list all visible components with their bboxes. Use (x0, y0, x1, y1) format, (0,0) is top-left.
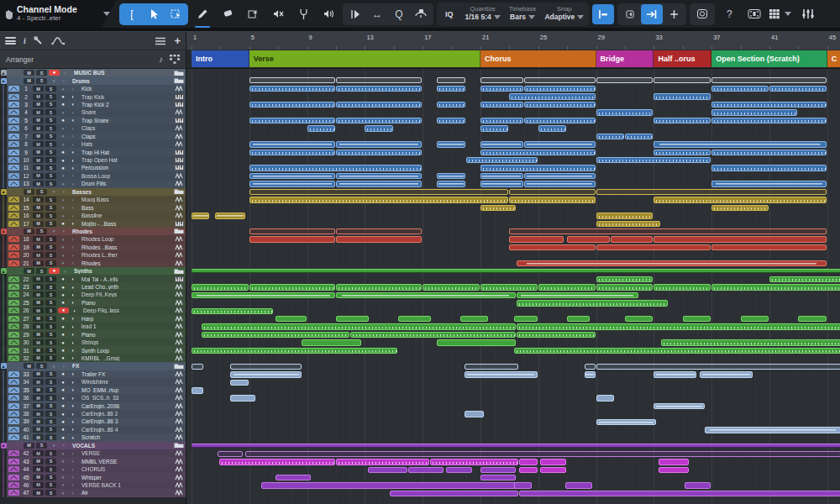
monitor-button[interactable]: ◐ (68, 419, 78, 424)
record-arm-button[interactable]: ● (49, 70, 60, 76)
clip[interactable] (524, 86, 596, 92)
monitor-button[interactable]: ◐ (68, 475, 78, 480)
record-arm-button[interactable]: ● (58, 419, 68, 424)
monitor-button[interactable]: ◐ (68, 292, 78, 297)
clip[interactable] (192, 284, 249, 291)
record-arm-button[interactable]: ● (58, 412, 68, 417)
track-group-row[interactable]: ▲MS●◐Synths (0, 267, 186, 275)
clip[interactable] (249, 197, 509, 203)
clip[interactable] (192, 348, 397, 354)
mute-button[interactable]: M (33, 125, 44, 131)
record-arm-button[interactable]: ● (58, 482, 68, 487)
track-row[interactable]: 42MS●◐VERSE (0, 449, 186, 457)
clip[interactable] (249, 118, 335, 124)
slip-tool-button[interactable] (242, 4, 264, 24)
solo-button[interactable]: S (36, 363, 47, 369)
track-row[interactable]: 12MS●◐Bossa Loop (0, 172, 186, 180)
mute-button[interactable]: M (33, 307, 44, 313)
automation-chip[interactable] (8, 197, 19, 202)
clip[interactable] (711, 77, 827, 83)
monitor-button[interactable]: ◐ (68, 427, 78, 432)
solo-button[interactable]: S (45, 284, 56, 290)
automation-chip[interactable] (8, 459, 19, 465)
clip[interactable] (249, 236, 335, 243)
monitor-button[interactable]: ◐ (68, 371, 78, 376)
automation-chip[interactable] (8, 252, 19, 258)
clip[interactable] (249, 189, 509, 195)
mute-button[interactable]: M (33, 157, 44, 163)
automation-chip[interactable] (8, 434, 19, 440)
clip[interactable] (230, 395, 255, 402)
timeline-ruler[interactable]: 159131721252933374145 (186, 32, 840, 50)
track-row[interactable]: 24MS●◐Deep Fil..Keys (0, 291, 186, 298)
mute-button[interactable]: M (33, 173, 44, 179)
mute-button[interactable]: M (33, 291, 44, 297)
solo-button[interactable]: S (45, 141, 56, 147)
clip[interactable] (307, 125, 335, 132)
clip[interactable] (567, 316, 590, 323)
clip[interactable] (192, 292, 335, 299)
range-tool-button[interactable]: [ (121, 4, 143, 24)
clip[interactable] (514, 482, 532, 489)
monitor-button[interactable]: ◐ (68, 324, 78, 329)
listen-tool-button[interactable] (318, 4, 339, 24)
automation-chip[interactable] (8, 109, 19, 115)
track-row[interactable]: 20MS●◐Rhodes L..ther (0, 251, 186, 259)
mute-button[interactable]: M (33, 371, 44, 377)
record-arm-button[interactable]: ● (58, 142, 68, 147)
clip[interactable] (509, 189, 595, 195)
mute-button[interactable]: M (33, 450, 44, 456)
record-arm-button[interactable]: ● (58, 150, 68, 155)
clip[interactable] (480, 284, 538, 291)
record-arm-button[interactable]: ● (58, 451, 68, 456)
clip[interactable] (249, 141, 335, 148)
automation-chip[interactable] (8, 427, 19, 433)
clip[interactable] (769, 86, 827, 92)
clip[interactable] (336, 102, 422, 108)
automation-chip[interactable] (8, 141, 19, 147)
mute-button[interactable]: M (33, 260, 44, 266)
solo-button[interactable]: S (45, 118, 56, 123)
monitor-button[interactable]: ◐ (68, 435, 78, 440)
clip[interactable] (245, 451, 840, 457)
record-arm-button[interactable]: ● (58, 459, 68, 464)
clip[interactable] (202, 332, 349, 339)
mute-button[interactable]: M (33, 490, 44, 496)
clip[interactable] (654, 284, 711, 291)
mute-button[interactable]: M (33, 339, 44, 345)
monitor-button[interactable]: ◐ (68, 244, 78, 249)
track-row[interactable]: 35MS●◐MO_EMM..rtup (0, 386, 186, 394)
track-row[interactable]: 28MS●◐lead 1 (0, 323, 186, 330)
solo-button[interactable]: S (45, 490, 56, 496)
clip[interactable] (430, 459, 519, 465)
clip[interactable] (540, 467, 567, 474)
collapse-arrow-icon[interactable]: ▲ (1, 78, 7, 84)
clip[interactable] (741, 316, 769, 323)
clip[interactable] (230, 364, 302, 370)
track-row[interactable]: 30MS●◐Strings (0, 339, 186, 346)
solo-button[interactable]: S (45, 434, 56, 440)
collapse-arrow-icon[interactable]: ▲ (1, 189, 7, 195)
mute-button[interactable]: M (33, 387, 44, 393)
clip[interactable] (261, 482, 519, 489)
clip[interactable] (517, 292, 638, 299)
track-row[interactable]: 26MS●◐Deep Filg..lass (0, 307, 186, 314)
clip[interactable] (596, 364, 840, 370)
monitor-button[interactable]: ◐ (68, 260, 78, 265)
clip[interactable] (249, 165, 422, 171)
mute-button[interactable]: M (33, 466, 44, 472)
clip[interactable] (654, 93, 711, 100)
record-arm-button[interactable]: ● (58, 134, 68, 139)
track-row[interactable]: 40MS●◐CarEngin..86 4 (0, 426, 186, 433)
mute-button[interactable]: M (33, 221, 44, 227)
clip[interactable] (711, 244, 827, 251)
automation-chip[interactable] (8, 134, 19, 139)
solo-button[interactable]: S (45, 109, 56, 115)
record-arm-button[interactable]: ● (58, 307, 69, 313)
solo-button[interactable]: S (36, 189, 47, 195)
record-arm-button[interactable]: ● (58, 340, 68, 345)
mute-button[interactable]: M (33, 379, 44, 385)
track-row[interactable]: 44MS●◐CHORUS (0, 465, 186, 473)
mute-button[interactable]: M (33, 348, 44, 354)
track-row[interactable]: 14MS●◐Moog Bass (0, 196, 186, 203)
